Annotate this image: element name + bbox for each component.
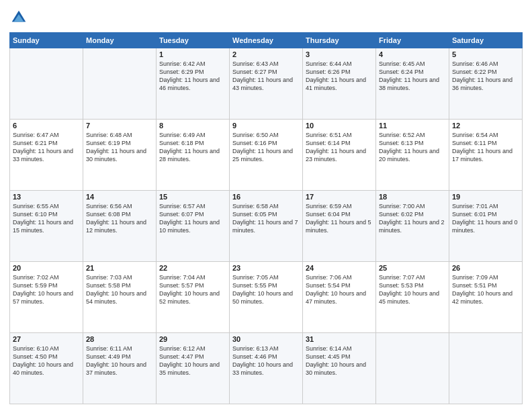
day-number: 21: [86, 264, 153, 272]
header: [9, 8, 523, 27]
day-number: 12: [452, 122, 519, 130]
header-day: Saturday: [449, 33, 523, 48]
calendar-cell: 2Sunrise: 6:43 AM Sunset: 6:27 PM Daylig…: [230, 48, 303, 120]
calendar-cell: 29Sunrise: 6:12 AM Sunset: 4:47 PM Dayli…: [157, 333, 230, 404]
calendar-week: 1Sunrise: 6:42 AM Sunset: 6:29 PM Daylig…: [10, 48, 523, 120]
day-info: Sunrise: 7:02 AM Sunset: 5:59 PM Dayligh…: [13, 273, 80, 306]
day-info: Sunrise: 7:06 AM Sunset: 5:54 PM Dayligh…: [306, 273, 373, 306]
day-number: 27: [13, 335, 80, 343]
calendar-cell: 4Sunrise: 6:45 AM Sunset: 6:24 PM Daylig…: [376, 48, 449, 120]
calendar-week: 20Sunrise: 7:02 AM Sunset: 5:59 PM Dayli…: [10, 262, 523, 333]
day-info: Sunrise: 7:04 AM Sunset: 5:57 PM Dayligh…: [159, 273, 226, 306]
day-info: Sunrise: 7:03 AM Sunset: 5:58 PM Dayligh…: [86, 273, 153, 306]
logo-icon: [9, 8, 28, 27]
day-info: Sunrise: 6:10 AM Sunset: 4:50 PM Dayligh…: [13, 345, 80, 377]
day-info: Sunrise: 6:51 AM Sunset: 6:14 PM Dayligh…: [306, 131, 373, 164]
day-info: Sunrise: 6:12 AM Sunset: 4:47 PM Dayligh…: [159, 345, 226, 377]
day-number: 7: [86, 122, 153, 130]
day-info: Sunrise: 6:59 AM Sunset: 6:04 PM Dayligh…: [306, 202, 373, 235]
day-number: 24: [306, 264, 373, 272]
calendar-cell: 24Sunrise: 7:06 AM Sunset: 5:54 PM Dayli…: [303, 262, 376, 333]
day-info: Sunrise: 6:43 AM Sunset: 6:27 PM Dayligh…: [232, 60, 300, 93]
calendar-cell: 30Sunrise: 6:13 AM Sunset: 4:46 PM Dayli…: [230, 333, 303, 404]
day-number: 23: [232, 264, 300, 272]
day-info: Sunrise: 6:14 AM Sunset: 4:45 PM Dayligh…: [306, 345, 373, 377]
calendar-cell: 28Sunrise: 6:11 AM Sunset: 4:49 PM Dayli…: [83, 333, 157, 404]
day-info: Sunrise: 7:07 AM Sunset: 5:53 PM Dayligh…: [379, 273, 446, 306]
day-info: Sunrise: 6:54 AM Sunset: 6:11 PM Dayligh…: [452, 131, 519, 164]
calendar-cell: 9Sunrise: 6:50 AM Sunset: 6:16 PM Daylig…: [230, 120, 303, 191]
calendar-week: 6Sunrise: 6:47 AM Sunset: 6:21 PM Daylig…: [10, 120, 523, 191]
day-info: Sunrise: 6:13 AM Sunset: 4:46 PM Dayligh…: [232, 345, 300, 377]
day-number: 28: [86, 335, 153, 343]
day-number: 26: [452, 264, 519, 272]
calendar-cell: 18Sunrise: 7:00 AM Sunset: 6:02 PM Dayli…: [376, 191, 449, 262]
day-info: Sunrise: 6:44 AM Sunset: 6:26 PM Dayligh…: [306, 60, 373, 93]
header-day: Sunday: [10, 33, 83, 48]
day-info: Sunrise: 6:47 AM Sunset: 6:21 PM Dayligh…: [13, 131, 80, 164]
day-info: Sunrise: 6:42 AM Sunset: 6:29 PM Dayligh…: [159, 60, 226, 93]
day-number: 6: [13, 122, 80, 130]
calendar-body: 1Sunrise: 6:42 AM Sunset: 6:29 PM Daylig…: [10, 48, 523, 404]
day-number: 31: [306, 335, 373, 343]
calendar-cell: 1Sunrise: 6:42 AM Sunset: 6:29 PM Daylig…: [157, 48, 230, 120]
calendar-container: SundayMondayTuesdayWednesdayThursdayFrid…: [0, 0, 532, 411]
calendar-cell: 3Sunrise: 6:44 AM Sunset: 6:26 PM Daylig…: [303, 48, 376, 120]
day-number: 18: [379, 193, 446, 201]
day-number: 4: [379, 50, 446, 58]
calendar-cell: [449, 333, 523, 404]
day-info: Sunrise: 6:58 AM Sunset: 6:05 PM Dayligh…: [232, 202, 300, 235]
calendar-cell: 7Sunrise: 6:48 AM Sunset: 6:19 PM Daylig…: [83, 120, 157, 191]
header-row: SundayMondayTuesdayWednesdayThursdayFrid…: [10, 33, 523, 48]
header-day: Tuesday: [157, 33, 230, 48]
header-day: Thursday: [303, 33, 376, 48]
calendar-week: 27Sunrise: 6:10 AM Sunset: 4:50 PM Dayli…: [10, 333, 523, 404]
day-info: Sunrise: 6:45 AM Sunset: 6:24 PM Dayligh…: [379, 60, 446, 93]
day-number: 5: [452, 50, 519, 58]
day-info: Sunrise: 6:50 AM Sunset: 6:16 PM Dayligh…: [232, 131, 300, 164]
day-info: Sunrise: 6:11 AM Sunset: 4:49 PM Dayligh…: [86, 345, 153, 377]
calendar-cell: 31Sunrise: 6:14 AM Sunset: 4:45 PM Dayli…: [303, 333, 376, 404]
calendar-cell: 5Sunrise: 6:46 AM Sunset: 6:22 PM Daylig…: [449, 48, 523, 120]
calendar-cell: [10, 48, 83, 120]
calendar-cell: 25Sunrise: 7:07 AM Sunset: 5:53 PM Dayli…: [376, 262, 449, 333]
day-number: 19: [452, 193, 519, 201]
day-info: Sunrise: 7:05 AM Sunset: 5:55 PM Dayligh…: [232, 273, 300, 306]
day-info: Sunrise: 7:09 AM Sunset: 5:51 PM Dayligh…: [452, 273, 519, 306]
day-number: 29: [159, 335, 226, 343]
calendar-cell: 12Sunrise: 6:54 AM Sunset: 6:11 PM Dayli…: [449, 120, 523, 191]
calendar-cell: [83, 48, 157, 120]
day-number: 30: [232, 335, 300, 343]
day-number: 8: [159, 122, 226, 130]
day-number: 9: [232, 122, 300, 130]
calendar-table: SundayMondayTuesdayWednesdayThursdayFrid…: [9, 32, 523, 404]
calendar-cell: 20Sunrise: 7:02 AM Sunset: 5:59 PM Dayli…: [10, 262, 83, 333]
day-info: Sunrise: 6:57 AM Sunset: 6:07 PM Dayligh…: [159, 202, 226, 235]
calendar-header: SundayMondayTuesdayWednesdayThursdayFrid…: [10, 33, 523, 48]
day-number: 1: [159, 50, 226, 58]
day-number: 17: [306, 193, 373, 201]
calendar-cell: 19Sunrise: 7:01 AM Sunset: 6:01 PM Dayli…: [449, 191, 523, 262]
calendar-week: 13Sunrise: 6:55 AM Sunset: 6:10 PM Dayli…: [10, 191, 523, 262]
day-info: Sunrise: 6:48 AM Sunset: 6:19 PM Dayligh…: [86, 131, 153, 164]
header-day: Wednesday: [230, 33, 303, 48]
header-day: Monday: [83, 33, 157, 48]
logo: [9, 8, 31, 27]
day-number: 15: [159, 193, 226, 201]
day-number: 2: [232, 50, 300, 58]
calendar-cell: [376, 333, 449, 404]
calendar-cell: 11Sunrise: 6:52 AM Sunset: 6:13 PM Dayli…: [376, 120, 449, 191]
calendar-cell: 27Sunrise: 6:10 AM Sunset: 4:50 PM Dayli…: [10, 333, 83, 404]
calendar-cell: 21Sunrise: 7:03 AM Sunset: 5:58 PM Dayli…: [83, 262, 157, 333]
calendar-cell: 16Sunrise: 6:58 AM Sunset: 6:05 PM Dayli…: [230, 191, 303, 262]
day-number: 25: [379, 264, 446, 272]
header-day: Friday: [376, 33, 449, 48]
calendar-cell: 26Sunrise: 7:09 AM Sunset: 5:51 PM Dayli…: [449, 262, 523, 333]
day-info: Sunrise: 6:55 AM Sunset: 6:10 PM Dayligh…: [13, 202, 80, 235]
calendar-cell: 8Sunrise: 6:49 AM Sunset: 6:18 PM Daylig…: [157, 120, 230, 191]
day-info: Sunrise: 6:46 AM Sunset: 6:22 PM Dayligh…: [452, 60, 519, 93]
day-number: 22: [159, 264, 226, 272]
calendar-cell: 23Sunrise: 7:05 AM Sunset: 5:55 PM Dayli…: [230, 262, 303, 333]
calendar-cell: 15Sunrise: 6:57 AM Sunset: 6:07 PM Dayli…: [157, 191, 230, 262]
calendar-cell: 10Sunrise: 6:51 AM Sunset: 6:14 PM Dayli…: [303, 120, 376, 191]
